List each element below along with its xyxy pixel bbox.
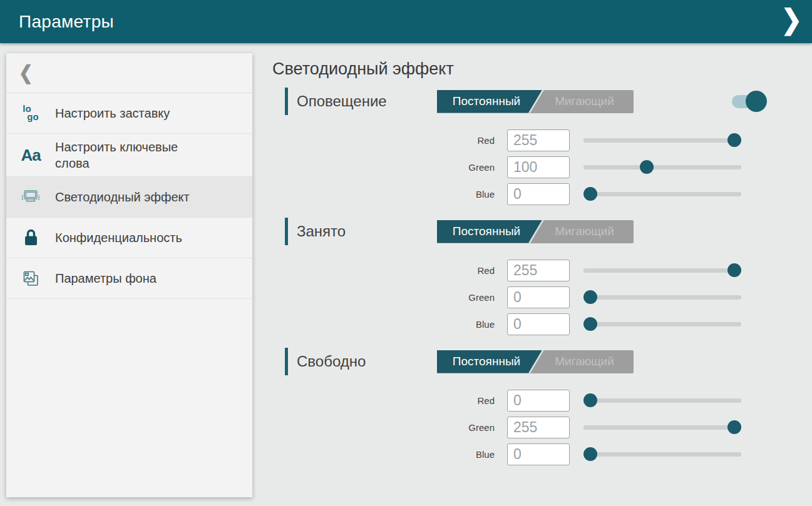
mode-solid-label: Постоянный (453, 355, 520, 368)
keywords-aa-icon: Aa (6, 146, 55, 165)
mode-segmented-control: Мигающий Постоянный (437, 350, 634, 373)
mode-solid-button[interactable]: Постоянный (437, 220, 542, 243)
slider-track (583, 295, 741, 300)
channel-slider[interactable] (583, 317, 741, 331)
lock-icon (6, 228, 55, 247)
channel-label: Green (272, 162, 495, 173)
slider-thumb[interactable] (727, 133, 741, 147)
toggle-thumb[interactable] (746, 91, 767, 112)
channel-value-input[interactable] (507, 286, 570, 308)
forward-chevron-icon[interactable]: ❯ (781, 4, 802, 36)
slider-thumb[interactable] (640, 160, 654, 174)
sidebar-item-label: Конфиденциальность (55, 230, 182, 246)
channel-label: Green (272, 292, 495, 303)
mode-segmented-control: Мигающий Постоянный (437, 220, 634, 243)
enable-toggle[interactable] (732, 91, 767, 112)
mode-solid-label: Постоянный (453, 94, 520, 108)
channel-slider[interactable] (583, 290, 741, 304)
mode-segmented-control: Мигающий Постоянный (437, 90, 634, 113)
sidebar-item-4[interactable]: Конфиденциальность (6, 218, 252, 258)
channel-value-input[interactable] (507, 156, 570, 178)
slider-thumb[interactable] (583, 187, 597, 201)
slider-thumb[interactable] (727, 420, 741, 434)
slider-thumb[interactable] (583, 317, 597, 331)
channel-slider[interactable] (583, 133, 741, 147)
content-area: ❮ logo Настроить заставку Aa Настроить к… (0, 43, 812, 506)
sidebar-item-label: Настроить ключевые слова (55, 139, 212, 171)
sidebar-collapse-button[interactable]: ❮ (6, 53, 252, 93)
background-images-icon (6, 269, 55, 288)
slider-thumb[interactable] (727, 263, 741, 277)
led-section: Занято Мигающий Постоянный Red Green Blu… (272, 216, 812, 336)
slider-track (583, 398, 741, 403)
sidebar-item-3[interactable]: Светодиодный эффект (6, 177, 252, 218)
channel-label: Blue (272, 319, 495, 330)
channel-value-input[interactable] (507, 443, 570, 465)
channel-slider[interactable] (583, 420, 741, 434)
channel-rows: Red Green Blue (272, 258, 812, 336)
channel-value-input[interactable] (507, 417, 570, 438)
slider-track (583, 425, 741, 430)
led-section: Свободно Мигающий Постоянный Red Green B… (272, 347, 812, 467)
section-title: Занято (297, 223, 437, 240)
sidebar: ❮ logo Настроить заставку Aa Настроить к… (6, 53, 252, 497)
slider-track (583, 452, 741, 457)
sidebar-item-label: Настроить заставку (55, 105, 170, 121)
section-header: Свободно Мигающий Постоянный (272, 347, 812, 377)
channel-value-input[interactable] (507, 129, 570, 151)
channel-value-input[interactable] (507, 313, 570, 335)
channel-slider[interactable] (583, 187, 741, 201)
channel-slider[interactable] (583, 263, 741, 277)
channel-label: Blue (272, 189, 495, 200)
channel-row: Red (272, 258, 812, 283)
appbar: Параметры ❯ (0, 0, 812, 43)
mode-blinking-button[interactable]: Мигающий (535, 220, 634, 243)
slider-track (583, 138, 741, 143)
channel-value-input[interactable] (507, 260, 570, 281)
led-effect-panel: Светодиодный эффект Оповещение Мигающий … (272, 43, 812, 468)
sidebar-item-5[interactable]: Параметры фона (6, 258, 252, 299)
mode-blinking-button[interactable]: Мигающий (535, 350, 634, 373)
channel-label: Red (272, 265, 495, 276)
channel-value-input[interactable] (507, 390, 570, 412)
slider-track (583, 192, 741, 196)
section-accent-bar (285, 218, 288, 245)
channel-label: Red (272, 135, 495, 146)
slider-thumb[interactable] (583, 290, 597, 304)
mode-solid-button[interactable]: Постоянный (437, 350, 542, 373)
channel-label: Green (272, 422, 495, 433)
channel-row: Green (272, 415, 812, 440)
channel-slider[interactable] (583, 393, 741, 407)
slider-thumb[interactable] (583, 393, 597, 407)
slider-thumb[interactable] (583, 447, 597, 461)
mode-blinking-button[interactable]: Мигающий (535, 90, 634, 113)
channel-row: Green (272, 154, 812, 180)
sidebar-item-label: Параметры фона (55, 270, 157, 286)
channel-row: Green (272, 285, 812, 310)
channel-label: Red (272, 395, 495, 406)
channel-slider[interactable] (583, 447, 741, 461)
channel-row: Blue (272, 442, 812, 467)
channel-row: Red (272, 388, 812, 413)
section-title: Свободно (297, 353, 437, 370)
channel-value-input[interactable] (507, 183, 570, 205)
sidebar-item-2[interactable]: Aa Настроить ключевые слова (6, 134, 252, 177)
channel-rows: Red Green Blue (272, 388, 812, 467)
section-accent-bar (285, 348, 288, 375)
led-section: Оповещение Мигающий Постоянный Red Green… (272, 86, 812, 206)
mode-solid-button[interactable]: Постоянный (437, 90, 542, 113)
section-header: Занято Мигающий Постоянный (272, 216, 812, 246)
channel-slider[interactable] (583, 160, 741, 174)
channel-rows: Red Green Blue (272, 128, 812, 206)
sidebar-item-label: Светодиодный эффект (55, 189, 190, 205)
sidebar-item-1[interactable]: logo Настроить заставку (6, 93, 252, 134)
logo-icon: logo (6, 105, 55, 121)
slider-track (583, 322, 741, 326)
channel-row: Blue (272, 311, 812, 336)
page-title: Параметры (0, 12, 114, 32)
section-title: Оповещение (297, 93, 437, 110)
led-screen-icon (6, 188, 55, 206)
panel-title: Светодиодный эффект (272, 59, 812, 79)
back-chevron-icon: ❮ (19, 61, 33, 84)
mode-solid-label: Постоянный (453, 225, 520, 238)
